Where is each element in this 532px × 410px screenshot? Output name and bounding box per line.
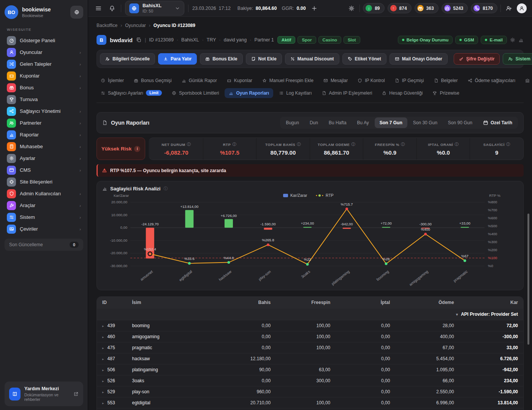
- col-odeme[interactable]: Ödeme: [395, 297, 459, 309]
- col-id[interactable]: ID: [97, 297, 127, 309]
- sidebar-item[interactable]: Site Bileşenleri: [5, 176, 83, 188]
- toolbar-button[interactable]: Mail Onayı Gönder: [390, 53, 448, 65]
- notification-pill[interactable]: 8170: [471, 3, 497, 13]
- tab[interactable]: Prizewise: [428, 88, 463, 98]
- sidebar-item[interactable]: Sistem ›: [5, 211, 83, 223]
- tab[interactable]: Bonus Geçmişi: [130, 76, 176, 85]
- sidebar-item[interactable]: Kuponlar ›: [5, 70, 83, 82]
- toolbar-button[interactable]: Şifre Değiştir: [454, 53, 500, 65]
- table-row[interactable]: ▸506 platingaming90,0063,000,001.095,00-…: [97, 364, 523, 375]
- ball-icon: [172, 91, 176, 95]
- notification-pill[interactable]: ↓ 89: [363, 3, 384, 13]
- toolbar-button[interactable]: Not Ekle: [246, 53, 282, 65]
- plus-icon[interactable]: [309, 3, 319, 13]
- sidebar-item[interactable]: Gösterge Paneli: [5, 35, 83, 46]
- caret-right-icon: ▸: [102, 390, 104, 394]
- site-selector[interactable]: BahisXL ID: 50: [125, 1, 184, 16]
- player-stats-icon[interactable]: [518, 37, 524, 43]
- breadcrumb-backoffice[interactable]: Backoffice: [97, 23, 117, 28]
- toolbar-button[interactable]: Bilgileri Güncelle: [100, 53, 155, 65]
- tab[interactable]: Ödeme sağlayıcıları: [464, 76, 520, 85]
- notification-pill[interactable]: 5243: [442, 3, 468, 13]
- tab[interactable]: Günlük Rapor: [177, 76, 221, 85]
- col-iptal[interactable]: İptal: [336, 297, 395, 309]
- sidebar-item[interactable]: Bonus ›: [5, 82, 83, 93]
- main-scrollbar[interactable]: [527, 214, 529, 345]
- table-row[interactable]: ▸475 pragmatic0,00100,000,0067,0033,00: [97, 342, 523, 353]
- player-settings-icon[interactable]: [510, 37, 515, 43]
- breadcrumb-players[interactable]: Oyuncular: [125, 23, 146, 28]
- bell-icon[interactable]: [107, 3, 117, 13]
- toolbar-button[interactable]: Para Yatır: [158, 53, 197, 65]
- date-range-button[interactable]: Bu Ay: [352, 117, 374, 128]
- date-range-button[interactable]: Son 90 Gun: [443, 117, 477, 128]
- tab[interactable]: Log Kayıtları: [275, 88, 316, 98]
- language-button[interactable]: [70, 6, 83, 19]
- verification-pill[interactable]: Belge Onay Durumu: [398, 36, 453, 44]
- provider-group-row[interactable]: ▾API Provider: Provider Set: [97, 309, 523, 320]
- sidebar-item[interactable]: Sağlayıcı Yönetimi ›: [5, 105, 83, 117]
- menu-icon[interactable]: [93, 3, 103, 13]
- copy-icon[interactable]: [136, 37, 141, 43]
- col-bahis[interactable]: Bahis: [216, 297, 276, 309]
- notification-pill[interactable]: ↑ 874: [388, 3, 412, 13]
- table-row[interactable]: ▸529 play-son960,000,002.550,00-1.590,00: [97, 386, 523, 397]
- tab[interactable]: Mesajlar: [319, 76, 352, 85]
- table-row[interactable]: ▸460 amigogaming0,00100,000,00400,00-300…: [97, 331, 523, 342]
- tab[interactable]: IP Kontrol: [353, 76, 389, 85]
- verification-pill[interactable]: GSM: [455, 36, 478, 44]
- col-name[interactable]: İsim: [127, 297, 217, 309]
- toolbar-button[interactable]: Bonus Ekle: [200, 53, 242, 65]
- sidebar-item[interactable]: Admin Kullanıcıları ›: [5, 188, 83, 199]
- table-row[interactable]: ▸526 3oaks0,00300,000,0066,00234,00: [97, 375, 523, 386]
- svg-text:-942,00: -942,00: [340, 222, 353, 226]
- tab[interactable]: Sportsbook Limitleri: [168, 88, 223, 98]
- table-row[interactable]: ▸565 amusnet46.076,000,0070.205,70-24.12…: [97, 408, 523, 410]
- date-range-button[interactable]: Son 7 Gun: [375, 117, 407, 128]
- sidebar-item[interactable]: Araçlar ›: [5, 199, 83, 211]
- tab[interactable]: Sağlayıcı Ayarları Limit: [97, 88, 166, 98]
- sidebar-item[interactable]: Partnerler ›: [5, 117, 83, 129]
- table-row[interactable]: ▸487 hacksaw12.180,000,005.454,006.726,0…: [97, 353, 523, 364]
- tab[interactable]: Oyun Raporları: [225, 88, 273, 98]
- toolbar-button[interactable]: Etiket Yönet: [342, 53, 386, 65]
- tab[interactable]: Kuponlar: [223, 76, 256, 85]
- col-freespin[interactable]: Freespin: [276, 297, 336, 309]
- sidebar-item[interactable]: Turnuva: [5, 93, 83, 105]
- table-row[interactable]: ▸439 booming0,00100,000,0028,0072,00: [97, 320, 523, 331]
- col-kar[interactable]: Kar: [459, 297, 523, 309]
- table-row[interactable]: ▸553 egtdigital20.710,00100,000,006.996,…: [97, 397, 523, 408]
- sidebar-item[interactable]: Ayarlar ›: [5, 152, 83, 164]
- help-center-card[interactable]: Yardım Merkezi Dokümantasyon ve rehberle…: [5, 382, 83, 406]
- sidebar-item[interactable]: CMS ›: [5, 164, 83, 176]
- date-range-button[interactable]: Bugun: [281, 117, 304, 128]
- tab[interactable]: İşlemler: [97, 76, 128, 85]
- date-range-button[interactable]: Ozel Tarih: [478, 117, 517, 128]
- tab[interactable]: Manuel Freespin Ekle: [258, 76, 318, 85]
- gear-icon[interactable]: [347, 3, 356, 13]
- date-range-button[interactable]: Son 30 Gun: [408, 117, 442, 128]
- toolbar-button[interactable]: Sistem Kullanıcısı: [503, 53, 532, 65]
- tab[interactable]: Hesap Güvenliği: [378, 88, 427, 98]
- caret-right-icon: ▸: [102, 401, 104, 405]
- date-range-button[interactable]: Dun: [305, 117, 323, 128]
- tab[interactable]: Belgeler: [430, 76, 462, 85]
- notification-pill[interactable]: 363: [415, 3, 439, 13]
- last-update-row[interactable]: Son Güncelleme 0: [5, 239, 83, 251]
- provider-risk-chart[interactable]: 20.000,0010.000,000,00-10.000,00-20.000,…: [102, 192, 510, 287]
- sidebar-item[interactable]: Gelen Talepler ›: [5, 58, 83, 70]
- sidebar-item[interactable]: Oyuncular ›: [5, 46, 83, 58]
- toolbar-button[interactable]: Manual Discount: [285, 53, 339, 65]
- sidebar-item[interactable]: Raporlar ›: [5, 129, 83, 141]
- sidebar-item[interactable]: Muhasebe ›: [5, 141, 83, 152]
- clock-icon: [101, 78, 105, 83]
- verification-pill[interactable]: E-mail: [481, 36, 507, 44]
- date-range-button[interactable]: Bu Hafta: [324, 117, 352, 128]
- account-avatar[interactable]: [517, 3, 527, 13]
- add-user-icon[interactable]: [504, 3, 514, 13]
- tab[interactable]: Admin IP Eşleşmeleri: [318, 88, 377, 98]
- tab[interactable]: Banka Hesapları: [521, 76, 532, 85]
- sidebar-item[interactable]: Çeviriler ›: [5, 223, 83, 235]
- risk-card[interactable]: Yüksek Risk i: [97, 138, 145, 160]
- tab[interactable]: IP Geçmişi: [391, 76, 428, 85]
